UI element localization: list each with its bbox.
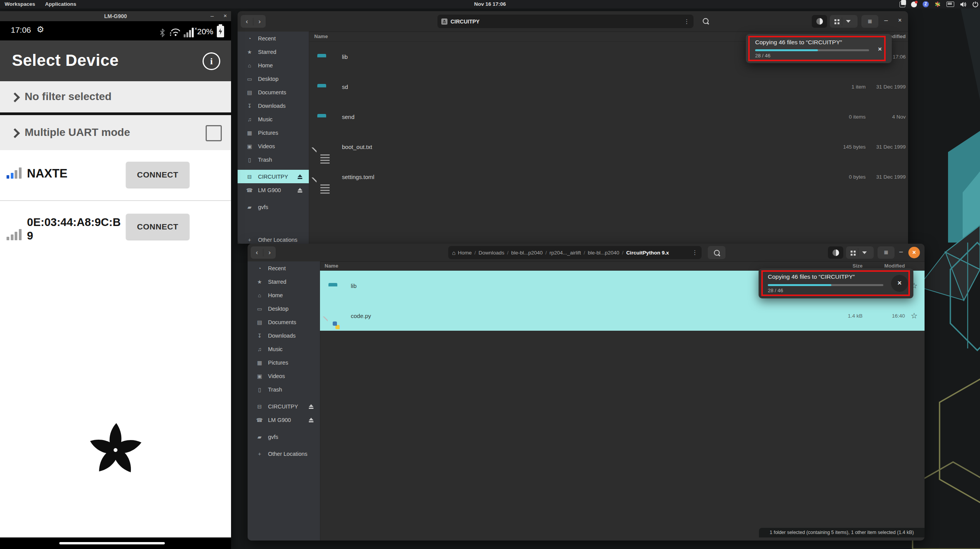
connect-button[interactable]: CONNECT — [126, 214, 189, 240]
kebab-menu-icon[interactable]: ⋮ — [684, 18, 690, 25]
file-size: 1 item — [851, 84, 866, 90]
header-bar[interactable]: ‹ › ⌂ Home / Downloads / ble-bl...p2040 … — [248, 244, 925, 262]
file-row-boot-out[interactable]: boot_out.txt 145 bytes 31 Dec 1999 — [309, 132, 908, 162]
file-row-send[interactable]: send 0 items 4 Nov — [309, 102, 908, 132]
view-options-button[interactable] — [830, 15, 858, 28]
column-name[interactable]: Name — [325, 263, 338, 269]
column-size[interactable]: Size — [853, 263, 863, 269]
info-icon[interactable]: i — [203, 52, 220, 70]
sidebar-item-starred[interactable]: Starred — [248, 275, 320, 288]
dark-light-toggle[interactable] — [828, 246, 843, 259]
minimize-button[interactable]: – — [897, 248, 905, 256]
sidebar-item-other-locations[interactable]: Other Locations — [238, 233, 309, 244]
sidebar-item-circuitpy[interactable]: CIRCUITPY — [248, 400, 320, 413]
breadcrumb[interactable]: rp204..._airlift — [549, 250, 581, 256]
applications-menu[interactable]: Applications — [45, 0, 76, 8]
kebab-menu-icon[interactable]: ⋮ — [692, 249, 698, 256]
close-button[interactable]: × — [908, 247, 920, 258]
sidebar-item-starred[interactable]: Starred — [238, 45, 309, 59]
zulip-icon[interactable]: Z — [923, 1, 929, 7]
filter-expander[interactable]: No filter selected — [0, 81, 231, 112]
sidebar-item-music[interactable]: Music — [238, 112, 309, 126]
sidebar-item-music[interactable]: Music — [248, 342, 320, 356]
view-options-button[interactable] — [846, 246, 874, 259]
file-row-sd[interactable]: sd 1 item 31 Dec 1999 — [309, 72, 908, 102]
main-menu-button[interactable]: ≡ — [878, 246, 895, 259]
sidebar-item-videos[interactable]: Videos — [238, 139, 309, 153]
device-row[interactable]: NAXTE CONNECT — [0, 151, 231, 200]
selection-status-bar: 1 folder selected (containing 5 items), … — [759, 528, 925, 537]
uart-mode-expander[interactable]: Multiple UART mode — [0, 115, 231, 150]
column-name[interactable]: Name — [314, 33, 328, 39]
breadcrumb[interactable]: ble-bl...p2040 — [511, 250, 543, 256]
search-button[interactable] — [708, 246, 725, 259]
gesture-pill[interactable] — [59, 542, 165, 544]
path-bar[interactable]: CIRCUITPY ⋮ — [437, 15, 694, 28]
sidebar-item-gvfs[interactable]: gvfs — [248, 430, 320, 444]
sidebar-item-desktop[interactable]: Desktop — [248, 302, 320, 315]
sidebar-item-documents[interactable]: Documents — [238, 85, 309, 99]
dark-light-toggle[interactable] — [812, 15, 827, 28]
back-button[interactable]: ‹ — [241, 18, 253, 25]
sidebar-item-lm-g900[interactable]: LM G900 — [248, 413, 320, 427]
sidebar-item-trash[interactable]: Trash — [238, 153, 309, 166]
sidebar-item-other-locations[interactable]: Other Locations — [248, 447, 320, 460]
close-button[interactable]: × — [895, 17, 905, 24]
sidebar-item-desktop[interactable]: Desktop — [238, 72, 309, 85]
eject-icon[interactable] — [297, 188, 303, 192]
sidebar-item-circuitpy[interactable]: CIRCUITPY — [238, 170, 309, 183]
sidebar-item-documents[interactable]: Documents — [248, 315, 320, 329]
sidebar-item-downloads[interactable]: Downloads — [238, 99, 309, 112]
sidebar-item-trash[interactable]: Trash — [248, 383, 320, 396]
file-row-settings[interactable]: settings.toml 0 bytes 31 Dec 1999 — [309, 162, 908, 192]
back-button[interactable]: ‹ — [251, 249, 263, 256]
forward-button[interactable]: › — [263, 249, 276, 256]
sidebar-item-downloads[interactable]: Downloads — [248, 329, 320, 342]
sidebar-item-home[interactable]: Home — [238, 59, 309, 72]
cancel-copy-button[interactable]: × — [878, 45, 882, 53]
workspaces-menu[interactable]: Workspaces — [5, 0, 35, 8]
breadcrumb[interactable]: Downloads — [479, 250, 504, 256]
clipboard-icon[interactable] — [900, 2, 905, 7]
sidebar-item-videos[interactable]: Videos — [248, 369, 320, 383]
column-modified[interactable]: Modified — [885, 263, 905, 269]
sidebar-item-recent[interactable]: Recent — [238, 32, 309, 45]
breadcrumb-current[interactable]: CircuitPython 9.x — [626, 250, 669, 256]
discord-icon[interactable] — [911, 2, 917, 7]
eject-icon[interactable] — [308, 404, 314, 409]
breadcrumb[interactable]: Home — [458, 250, 472, 256]
power-icon[interactable] — [972, 1, 978, 7]
color-asterisk-icon[interactable] — [935, 1, 941, 7]
phone-titlebar[interactable]: LM-G900 – × — [0, 11, 231, 21]
file-row-code-py[interactable]: code.py 1.4 kB 16:40 ☆ — [320, 301, 925, 331]
eject-icon[interactable] — [308, 418, 314, 422]
device-row[interactable]: 0E:03:44:A8:9C:B9 CONNECT — [0, 201, 231, 263]
sidebar-item-pictures[interactable]: Pictures — [238, 126, 309, 139]
keyboard-icon[interactable] — [946, 2, 954, 7]
sidebar-item-pictures[interactable]: Pictures — [248, 356, 320, 369]
close-button[interactable]: × — [220, 11, 230, 21]
sidebar-item-lm-g900[interactable]: LM G900 — [238, 183, 309, 197]
path-bar[interactable]: ⌂ Home / Downloads / ble-bl...p2040 / rp… — [448, 246, 702, 259]
forward-button[interactable]: › — [253, 18, 266, 25]
clock[interactable]: Nov 16 17:06 — [474, 0, 506, 8]
download-icon — [256, 333, 263, 339]
cancel-copy-button[interactable]: × — [891, 275, 908, 292]
volume-icon[interactable] — [960, 2, 967, 7]
header-bar[interactable]: ‹ › CIRCUITPY ⋮ ≡ – × — [238, 11, 908, 32]
connect-button[interactable]: CONNECT — [126, 162, 189, 188]
sidebar-item-home[interactable]: Home — [248, 288, 320, 302]
sidebar-item-gvfs[interactable]: gvfs — [238, 200, 309, 214]
minimize-button[interactable]: – — [881, 17, 891, 24]
sidebar-label: Downloads — [258, 103, 286, 109]
folder-icon — [256, 434, 263, 440]
eject-icon[interactable] — [297, 174, 303, 179]
star-outline-icon[interactable]: ☆ — [911, 311, 918, 320]
minimize-button[interactable]: – — [207, 11, 217, 21]
file-modified: 31 Dec 1999 — [876, 84, 906, 90]
breadcrumb[interactable]: ble-bl...p2040 — [588, 250, 620, 256]
main-menu-button[interactable]: ≡ — [861, 15, 878, 28]
sidebar-item-recent[interactable]: Recent — [248, 261, 320, 275]
search-icon[interactable] — [703, 18, 709, 24]
uart-mode-checkbox[interactable] — [206, 125, 222, 141]
